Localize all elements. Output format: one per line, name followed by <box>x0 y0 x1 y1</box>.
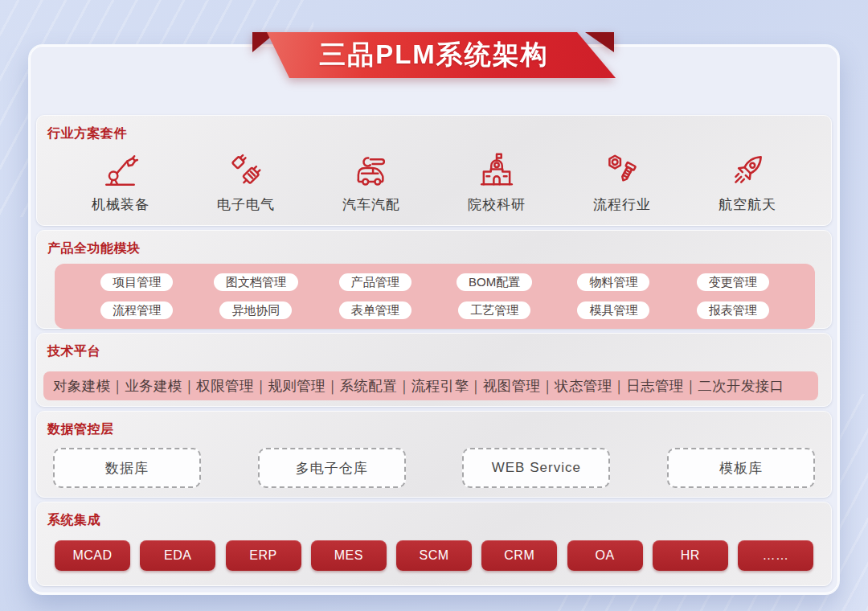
integration-button: MES <box>311 540 387 571</box>
industry-icon <box>477 150 517 191</box>
data-layer-box: WEB Service <box>462 448 610 488</box>
tech-platform-bar: 对象建模｜业务建模｜权限管理｜规则管理｜系统配置｜流程引擎｜视图管理｜状态管理｜… <box>43 371 818 400</box>
module-pill: 流程管理 <box>100 301 173 319</box>
title-ribbon: 三品PLM系统架构 <box>252 32 616 78</box>
integration-list: MCAD EDA ERP MES SCM CRM OA HR …… <box>37 529 831 571</box>
industry-label: 流程行业 <box>593 195 651 214</box>
section-header-integration: 系统集成 <box>37 502 831 529</box>
integration-button: MCAD <box>55 540 130 571</box>
industry-item: 流程行业 <box>570 150 674 214</box>
data-layer-box: 模板库 <box>667 448 815 488</box>
module-pill: 报表管理 <box>697 301 769 319</box>
module-pill: 物料管理 <box>577 273 649 291</box>
architecture-panel: 行业方案套件 机械装备 电子电气 汽车汽配 <box>28 44 840 595</box>
section-header-data-layer: 数据管控层 <box>37 412 831 438</box>
industry-item: 院校科研 <box>444 150 549 214</box>
section-system-integration: 系统集成 MCAD EDA ERP MES SCM CRM OA HR …… <box>36 502 832 586</box>
section-product-modules: 产品全功能模块 项目管理 图文档管理 产品管理 BOM配置 物料管理 变更管理 … <box>36 230 832 329</box>
integration-button: …… <box>738 540 813 571</box>
industry-list: 机械装备 电子电气 汽车汽配 院校科研 <box>37 142 831 214</box>
integration-button: SCM <box>396 540 472 571</box>
module-pill: 模具管理 <box>577 301 649 319</box>
section-header-industry: 行业方案套件 <box>37 116 831 142</box>
data-layer-box: 数据库 <box>53 448 201 488</box>
industry-icon <box>100 150 141 191</box>
section-header-tech: 技术平台 <box>37 334 831 360</box>
industry-icon <box>602 150 642 191</box>
module-pill-panel: 项目管理 图文档管理 产品管理 BOM配置 物料管理 变更管理 流程管理 异地协… <box>55 264 815 329</box>
module-pill: 异地协同 <box>219 301 292 319</box>
integration-button: ERP <box>226 540 301 571</box>
ribbon-body: 三品PLM系统架构 <box>252 32 616 78</box>
industry-icon <box>351 150 391 191</box>
integration-button: EDA <box>140 540 215 571</box>
integration-button: OA <box>567 540 643 571</box>
section-data-layer: 数据管控层 数据库 多电子仓库 WEB Service 模板库 <box>36 411 832 498</box>
industry-label: 航空航天 <box>719 195 776 214</box>
page-title: 三品PLM系统架构 <box>319 37 549 73</box>
industry-label: 汽车汽配 <box>342 195 400 214</box>
industry-label: 机械装备 <box>92 195 149 214</box>
data-layer-list: 数据库 多电子仓库 WEB Service 模板库 <box>37 438 831 488</box>
section-tech-platform: 技术平台 对象建模｜业务建模｜权限管理｜规则管理｜系统配置｜流程引擎｜视图管理｜… <box>36 333 832 407</box>
module-pill: 产品管理 <box>339 273 411 291</box>
module-pill: BOM配置 <box>457 273 532 291</box>
industry-item: 电子电气 <box>194 150 298 214</box>
integration-button: CRM <box>481 540 557 571</box>
module-pill: 图文档管理 <box>214 273 298 291</box>
integration-button: HR <box>653 540 728 571</box>
industry-icon <box>727 150 768 191</box>
section-industry-solutions: 行业方案套件 机械装备 电子电气 汽车汽配 <box>36 115 832 226</box>
data-layer-box: 多电子仓库 <box>258 448 406 488</box>
industry-label: 院校科研 <box>468 195 526 214</box>
module-pill: 变更管理 <box>697 273 769 291</box>
industry-item: 航空航天 <box>695 150 800 214</box>
industry-label: 电子电气 <box>217 195 275 214</box>
industry-item: 汽车汽配 <box>319 150 424 214</box>
section-header-modules: 产品全功能模块 <box>37 231 831 257</box>
module-pill: 项目管理 <box>100 273 173 291</box>
industry-item: 机械装备 <box>68 150 173 214</box>
module-pill: 表单管理 <box>339 301 411 319</box>
module-pill: 工艺管理 <box>458 301 530 319</box>
industry-icon <box>226 150 266 191</box>
